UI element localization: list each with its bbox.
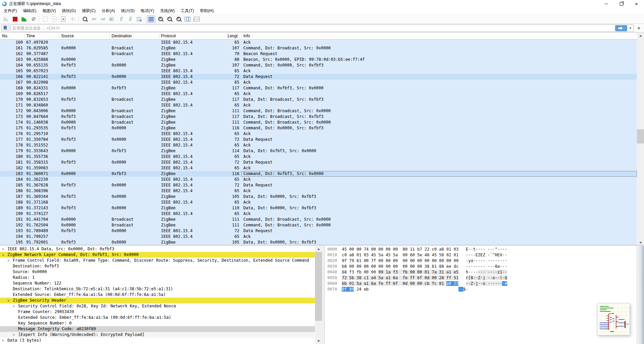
hex-bytes[interactable] [337,275,342,280]
cell-no[interactable]: 166 [0,74,23,80]
packet-row[interactable]: 17491.1460380x0000BroadcastZigBee111Comm… [0,120,637,125]
cell-destination[interactable] [112,131,159,137]
cell-source[interactable]: 0x0000 [61,108,108,114]
hex-row[interactable]: 0000 45 00 00 74 00 00 00 00 80 11 b7 22… [327,247,507,252]
cell-source[interactable]: 0x0000 [61,171,108,177]
column-separator[interactable] [24,33,25,39]
cell-length[interactable]: 117 [226,114,239,120]
cell-source[interactable] [61,91,108,97]
hex-bytes[interactable]: 45 00 00 74 00 00 00 00 80 11 b7 22 c0 a… [342,247,458,252]
cell-no[interactable]: 178 [0,142,23,148]
cell-info[interactable]: Ack [241,154,637,160]
hex-bytes[interactable] [337,253,342,257]
cell-time[interactable]: 90.822908 [26,80,60,85]
detail-tree-row[interactable]: Frame Counter: 29053439 [0,309,315,315]
column-header-lengt[interactable]: Lengt [228,33,238,39]
expander-collapsed-icon[interactable]: > [13,303,15,309]
packet-row[interactable]: 17991.3536430x00000xfbf3ZigBee114Data, D… [0,148,637,154]
cell-source[interactable]: 0xfbf3 [61,205,108,211]
cell-time[interactable]: 91.362230 [26,177,60,182]
cell-source[interactable] [61,177,108,182]
cell-time[interactable]: 91.792001 [26,240,60,245]
cell-no[interactable]: 177 [0,137,23,142]
cell-destination[interactable]: Broadcast [112,217,159,222]
cell-protocol[interactable]: IEEE 802.15.4 [161,51,225,57]
hex-selected-bytes[interactable]: 0f 89 [342,287,354,292]
packet-row[interactable]: 17290.8430060x0000BroadcastZigBee111Comm… [0,108,637,114]
cell-protocol[interactable]: ZigBee [161,217,225,222]
cell-time[interactable]: 90.847664 [26,114,60,120]
cell-source[interactable]: 0x0000 [61,148,108,154]
cell-time[interactable]: 91.369344 [26,194,60,200]
cell-protocol[interactable]: IEEE 802.15.4 [161,228,225,234]
cell-no[interactable]: 187 [0,194,23,200]
cell-source[interactable] [61,68,108,74]
zoom-out-icon[interactable]: − [165,15,173,23]
cell-info[interactable]: Ack [241,102,637,108]
cell-length[interactable]: 111 [226,217,239,222]
cell-info[interactable]: Data Request [241,228,637,234]
cell-source[interactable] [61,154,108,160]
cell-no[interactable]: 181 [0,160,23,165]
menu-item-wireless[interactable]: 无线(W) [157,7,177,15]
cell-length[interactable]: 65 [226,102,239,108]
cell-info[interactable]: Data, Dst: 0xfbf3, Src: 0x0000 [241,148,637,154]
packet-row[interactable]: 18791.3693440xfbf30x0000ZigBee105Data, D… [0,194,637,200]
minimize-button[interactable] [599,0,614,7]
cell-length[interactable]: 72 [226,137,239,142]
hex-bytes[interactable] [458,253,466,257]
cell-no[interactable]: 195 [0,240,23,245]
cell-time[interactable]: 91.350784 [26,137,60,142]
cell-destination[interactable]: 0x0000 [112,62,159,68]
packet-row[interactable]: 17791.3507840xfbf30x0000IEEE 802.15.472D… [0,137,637,142]
cell-protocol[interactable]: IEEE 802.15.4 [161,211,225,217]
cell-length[interactable]: 105 [226,240,239,245]
detail-tree-row[interactable]: Key Sequence Number: 0 [0,320,315,326]
packet-row[interactable]: 16890.8243310x00000xfbf3ZigBee117Command… [0,85,637,91]
cell-length[interactable]: 65 [226,131,239,137]
cell-protocol[interactable]: IEEE 802.15.4 [161,142,225,148]
cell-no[interactable]: 164 [0,62,23,68]
cell-destination[interactable]: Broadcast [112,120,159,125]
go-to-packet-icon[interactable]: ⇨ [108,15,116,23]
cell-length[interactable]: 111 [226,222,239,228]
cell-source[interactable] [61,131,108,137]
packet-row[interactable]: 16290.377487BroadcastIEEE 802.15.470Beac… [0,51,637,57]
detail-tree-row[interactable]: Extended Source: Ember_ff:fe:6a:a1:5a (0… [0,315,315,320]
detail-tree-row[interactable]: vZigBee Network Layer Command, Dst: 0xfb… [0,252,315,258]
cell-protocol[interactable]: ZigBee [161,120,225,125]
cell-source[interactable] [61,102,108,108]
cell-destination[interactable]: 0x0000 [112,160,159,165]
cell-no[interactable]: 161 [0,45,23,51]
detail-tree-row[interactable]: >Security Control Field: 0x28, Key Id: N… [0,303,315,309]
detail-tree-row[interactable]: Sequence Number: 122 [0,281,315,286]
hex-bytes[interactable] [458,275,466,280]
cell-length[interactable]: 72 [226,228,239,234]
cell-no[interactable]: 193 [0,228,23,234]
cell-no[interactable]: 184 [0,177,23,182]
packet-row[interactable]: 17390.8476640xfbf3BroadcastZigBee117Data… [0,114,637,120]
hex-bytes[interactable]: $· [464,287,468,292]
packet-row[interactable]: 17591.2935350xfbf30x0000ZigBee116Command… [0,125,637,131]
hex-bytes[interactable]: 0f 79 61 00 7f 00 00 00 00 00 00 00 00 0… [342,258,458,263]
cell-time[interactable]: 91.368396 [26,188,60,194]
cell-source[interactable]: 0x0000 [61,45,108,51]
packet-row[interactable]: 19391.7894890xfbf30x0000IEEE 802.15.472D… [0,228,637,234]
hex-bytes[interactable] [458,264,466,269]
cell-source[interactable] [61,165,108,171]
cell-no[interactable]: 192 [0,222,23,228]
cell-protocol[interactable]: IEEE 802.15.4 [161,137,225,142]
cell-length[interactable]: 65 [226,200,239,205]
cell-info[interactable]: Ack [241,234,637,240]
column-separator[interactable] [110,33,110,39]
cell-no[interactable]: 191 [0,217,23,222]
cell-info[interactable]: Command, Dst: Broadcast, Src: 0x0000 [241,120,637,125]
cell-time[interactable]: 91.367628 [26,182,60,188]
hex-row[interactable]: 0010 c0 a8 01 03 45 5a 45 5a 00 60 5e 48… [327,252,507,258]
restore-button[interactable] [614,0,629,7]
cell-info[interactable]: Beacon, Src: 0x0000, EPID: 99:78:0d:03:b… [241,57,637,62]
cell-length[interactable]: 111 [226,108,239,114]
cell-source[interactable]: 0xfbf3 [61,62,108,68]
cell-source[interactable] [61,51,108,57]
packet-row[interactable]: 19591.7920010xfbf30x0000ZigBee105Data, D… [0,240,637,245]
